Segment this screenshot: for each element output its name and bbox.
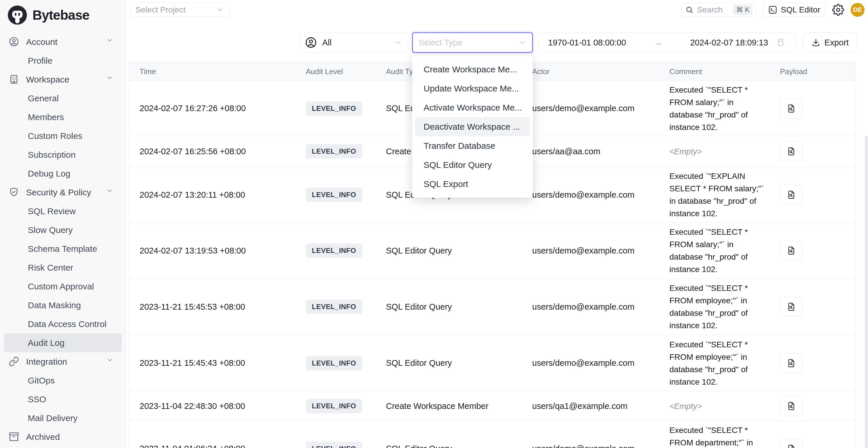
cell-comment: <Empty>: [670, 145, 778, 158]
cell-audit-type: SQL Editor Query: [386, 246, 532, 256]
cell-audit-level: LEVEL_INFO: [306, 356, 386, 371]
cell-audit-type: SQL Editor Query: [386, 444, 532, 448]
sql-editor-label: SQL Editor: [781, 5, 820, 14]
column-header-payload: Payload: [778, 67, 855, 76]
level-badge: LEVEL_INFO: [306, 356, 362, 371]
scrollbar[interactable]: [865, 136, 867, 448]
gear-icon[interactable]: [832, 4, 844, 16]
cell-time: 2023-11-04 01:06:24 +08:00: [129, 444, 306, 448]
level-badge: LEVEL_INFO: [306, 101, 362, 116]
sidebar-nav: Account Profile Workspace General Member…: [0, 27, 126, 446]
download-icon: [811, 38, 820, 47]
avatar-initials: DE: [853, 6, 862, 13]
search-icon: [685, 6, 693, 14]
user-avatar[interactable]: DE: [850, 3, 865, 17]
sidebar-item-mail-delivery[interactable]: Mail Delivery: [4, 409, 122, 427]
file-search-icon: [786, 104, 796, 114]
user-circle-icon: [9, 36, 20, 47]
cell-comment: Executed `"SELECT * FROM employee;"` in …: [670, 282, 778, 332]
cell-audit-type: Create Workspace Member: [386, 402, 532, 411]
sidebar-item-gitops[interactable]: GitOps: [4, 371, 122, 390]
dropdown-item-deactivate-workspace-member[interactable]: Deactivate Workspace ...: [415, 117, 530, 136]
payload-view-button[interactable]: [780, 297, 803, 317]
sidebar-section-label: Security & Policy: [26, 188, 91, 197]
cell-audit-level: LEVEL_INFO: [306, 244, 386, 258]
dropdown-item-sql-export[interactable]: SQL Export: [415, 174, 530, 194]
sidebar-item-sql-review[interactable]: SQL Review: [4, 202, 122, 221]
cell-actor: users/demo@example.com: [532, 104, 670, 113]
search-placeholder: Search: [697, 5, 730, 14]
sql-editor-button[interactable]: SQL Editor: [763, 3, 826, 17]
payload-view-button[interactable]: [780, 185, 803, 204]
date-range-picker[interactable]: 1970-01-01 08:00:00 → 2024-02-07 18:09:1…: [538, 32, 796, 53]
sidebar-item-general[interactable]: General: [4, 89, 122, 108]
topbar-right-cluster: Search ⌘ K SQL Editor DE: [682, 3, 865, 17]
dropdown-item-activate-workspace-member[interactable]: Activate Workspace Me...: [415, 98, 530, 117]
sidebar-section-account[interactable]: Account: [4, 32, 122, 51]
actor-filter-value: All: [322, 38, 332, 47]
file-search-icon: [786, 190, 796, 200]
sidebar-section-label: Account: [26, 37, 57, 47]
sidebar-item-custom-approval[interactable]: Custom Approval: [4, 277, 122, 296]
project-select[interactable]: Select Project: [130, 3, 229, 17]
payload-view-button[interactable]: [780, 241, 803, 260]
table-row: 2024-02-07 13:19:53 +08:00 LEVEL_INFO SQ…: [129, 223, 855, 279]
sidebar-item-subscription[interactable]: Subscription: [4, 145, 122, 164]
cell-payload: [778, 439, 855, 448]
cell-payload: [778, 297, 855, 317]
sidebar-item-schema-template[interactable]: Schema Template: [4, 239, 122, 258]
cell-time: 2023-11-21 15:45:43 +08:00: [129, 358, 306, 368]
file-search-icon: [786, 444, 796, 448]
actor-filter-select[interactable]: All: [299, 32, 408, 53]
level-badge: LEVEL_INFO: [306, 244, 362, 258]
sidebar-section-security-policy[interactable]: Security & Policy: [4, 183, 122, 202]
file-search-icon: [786, 246, 796, 256]
dropdown-item-transfer-database[interactable]: Transfer Database: [415, 136, 530, 155]
sidebar-section-integration[interactable]: Integration: [4, 352, 122, 371]
type-filter-select[interactable]: Select Type: [412, 32, 533, 53]
search-input[interactable]: Search ⌘ K: [682, 3, 756, 17]
table-row: 2023-11-04 22:48:30 +08:00 LEVEL_INFO Cr…: [129, 391, 855, 421]
sidebar-item-debug-log[interactable]: Debug Log: [4, 164, 122, 183]
payload-view-button[interactable]: [780, 439, 803, 448]
dropdown-item-update-workspace-member[interactable]: Update Workspace Me...: [415, 79, 530, 98]
file-search-icon: [786, 147, 796, 156]
dropdown-item-sql-editor-query[interactable]: SQL Editor Query: [415, 155, 530, 174]
chevron-down-icon: [518, 38, 526, 46]
cell-time: 2024-02-07 16:25:56 +08:00: [129, 147, 306, 156]
cell-actor: users/demo@example.com: [532, 358, 670, 368]
column-header-comment: Comment: [670, 67, 778, 76]
payload-view-button[interactable]: [780, 141, 803, 161]
sidebar-section-workspace[interactable]: Workspace: [4, 70, 122, 89]
sidebar-item-sso[interactable]: SSO: [4, 390, 122, 409]
payload-view-button[interactable]: [780, 99, 803, 118]
sidebar-section-archived[interactable]: Archived: [4, 427, 122, 446]
topbar: Select Project Search ⌘ K SQL Editor DE: [126, 0, 868, 20]
export-label: Export: [825, 38, 849, 47]
export-button[interactable]: Export: [803, 32, 857, 53]
dropdown-item-create-workspace-member[interactable]: Create Workspace Me...: [415, 60, 530, 79]
file-search-icon: [786, 401, 796, 411]
sidebar-item-members[interactable]: Members: [4, 108, 122, 126]
person-circle-icon: [305, 36, 317, 49]
cell-audit-type: SQL Editor Query: [386, 302, 532, 312]
chevron-down-icon: [216, 6, 224, 14]
search-shortcut-kbd: ⌘ K: [733, 5, 752, 15]
sidebar-item-data-masking[interactable]: Data Masking: [4, 296, 122, 315]
cell-actor: users/demo@example.com: [532, 302, 670, 312]
cell-time: 2024-02-07 13:20:11 +08:00: [129, 190, 306, 200]
payload-view-button[interactable]: [780, 396, 803, 416]
cell-payload: [778, 141, 855, 161]
cell-audit-level: LEVEL_INFO: [306, 299, 386, 314]
sidebar-item-profile[interactable]: Profile: [4, 51, 122, 70]
payload-view-button[interactable]: [780, 353, 803, 373]
terminal-icon: [768, 5, 777, 14]
sidebar-item-audit-log[interactable]: Audit Log: [4, 333, 122, 352]
shield-check-icon: [9, 187, 20, 198]
sidebar-item-slow-query[interactable]: Slow Query: [4, 221, 122, 239]
chevron-down-icon: [106, 356, 117, 367]
sidebar-item-custom-roles[interactable]: Custom Roles: [4, 126, 122, 145]
app-logo[interactable]: Bytebase: [0, 0, 126, 27]
sidebar-item-data-access-control[interactable]: Data Access Control: [4, 315, 122, 333]
sidebar-item-risk-center[interactable]: Risk Center: [4, 258, 122, 277]
